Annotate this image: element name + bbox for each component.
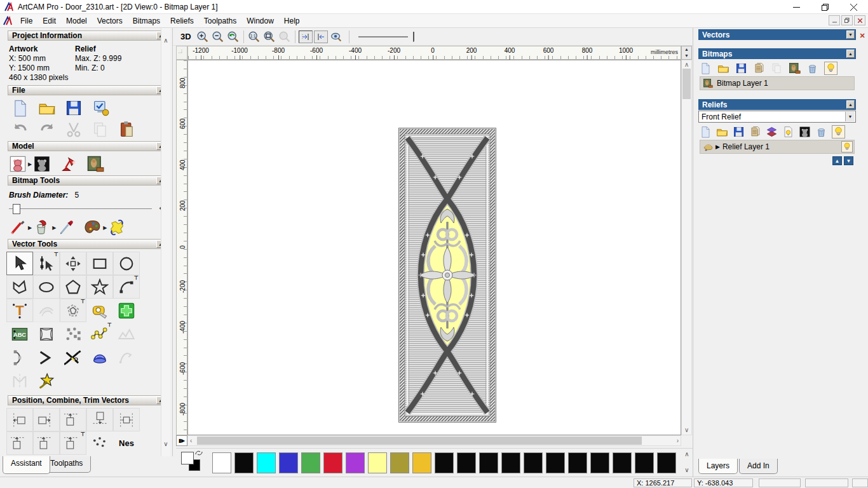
- align-left-button[interactable]: [6, 408, 33, 431]
- merge-relief-button[interactable]: [749, 126, 761, 138]
- palette-swatch[interactable]: [657, 452, 676, 473]
- scroll-left-icon[interactable]: ‹: [190, 438, 192, 444]
- open-bitmap-button[interactable]: [717, 62, 729, 74]
- expand-arrow-icon[interactable]: ▶: [715, 144, 720, 150]
- align-top-button[interactable]: [60, 408, 86, 431]
- node-editing-button[interactable]: ⊤: [33, 252, 60, 275]
- create-ellipse-button[interactable]: [33, 275, 60, 299]
- menu-bitmaps[interactable]: Bitmaps: [128, 15, 165, 27]
- copy-button[interactable]: [92, 121, 109, 139]
- menu-window[interactable]: Window: [241, 15, 279, 27]
- delete-relief-button[interactable]: [815, 126, 827, 138]
- menu-edit[interactable]: Edit: [37, 15, 61, 27]
- new-bitmap-layer-button[interactable]: [700, 62, 712, 74]
- merge-bitmap-button[interactable]: [753, 62, 765, 74]
- slider-handle[interactable]: [13, 204, 20, 214]
- align-right-button[interactable]: [33, 408, 60, 431]
- create-rectangle-button[interactable]: [86, 252, 113, 275]
- zoom-fit-button[interactable]: [262, 29, 277, 44]
- relief-visibility-button[interactable]: [782, 126, 794, 138]
- zoom-slider-handle[interactable]: [413, 32, 414, 42]
- undo-button[interactable]: [11, 121, 29, 139]
- bitmap-layer-row[interactable]: Bitmap Layer 1: [700, 76, 855, 90]
- clear-bitmap-button[interactable]: [771, 62, 783, 74]
- scroll-down-icon[interactable]: ∨: [161, 440, 170, 447]
- flyout-arrow-icon[interactable]: ▶: [28, 225, 32, 231]
- cut-button[interactable]: [65, 121, 83, 139]
- pick-colour-button[interactable]: [57, 219, 75, 236]
- palette-swatch[interactable]: [479, 452, 498, 473]
- flyout-arrow-icon[interactable]: ▶: [103, 225, 107, 231]
- palette-swatch[interactable]: [279, 452, 298, 473]
- zoom-previous-button[interactable]: [226, 29, 241, 44]
- menu-file[interactable]: File: [15, 15, 37, 27]
- expand-button[interactable]: ▼: [846, 30, 855, 39]
- ruler-origin-button[interactable]: [176, 46, 187, 60]
- zoom-slider[interactable]: [358, 30, 414, 43]
- palette-swatch[interactable]: [613, 452, 632, 473]
- panel-close-icon[interactable]: ✕: [858, 32, 866, 39]
- palette-swatch[interactable]: [234, 452, 254, 473]
- palette-swatch[interactable]: [524, 452, 543, 473]
- palette-swatch[interactable]: [323, 452, 342, 473]
- menu-model[interactable]: Model: [61, 15, 92, 27]
- tab-layers[interactable]: Layers: [698, 459, 738, 474]
- open-relief-button[interactable]: [716, 126, 728, 138]
- toggle-3d-view-button[interactable]: 3D: [180, 32, 191, 41]
- create-polyline-button[interactable]: [6, 275, 33, 299]
- palette-swatch[interactable]: [568, 452, 587, 473]
- primary-secondary-colours[interactable]: [181, 452, 203, 473]
- vertical-scroll-thumb[interactable]: [682, 69, 691, 99]
- toggle-relief-visibility-button[interactable]: [832, 125, 845, 139]
- cross-section-button[interactable]: [6, 369, 33, 393]
- slider-track[interactable]: [9, 208, 152, 209]
- model-notes-button[interactable]: [92, 99, 109, 117]
- palette-swatch[interactable]: [301, 452, 320, 473]
- palette-swatch[interactable]: [457, 452, 476, 473]
- wrap-vectors-button[interactable]: [86, 346, 113, 369]
- palette-swatch[interactable]: [435, 452, 454, 473]
- relief-layer-row[interactable]: ▶ Relief Layer 1: [700, 140, 855, 154]
- save-relief-button[interactable]: [733, 126, 745, 138]
- snap-right-toggle[interactable]: [314, 30, 328, 43]
- brush-diameter-slider[interactable]: ◆: [9, 203, 163, 215]
- relief-select[interactable]: Front Relief ▼: [698, 111, 856, 123]
- palette-swatch[interactable]: [390, 452, 409, 473]
- new-relief-layer-button[interactable]: [700, 126, 712, 138]
- mdi-minimize-button[interactable]: [829, 15, 840, 25]
- flyout-arrow-icon[interactable]: ▶: [52, 225, 56, 231]
- flyout-arrow-icon[interactable]: ▶: [28, 161, 32, 167]
- paste-vector-button[interactable]: [113, 299, 140, 322]
- scatter-copies-button[interactable]: [86, 431, 113, 455]
- create-arc-button[interactable]: ⊤: [113, 275, 140, 299]
- offset-vectors-button[interactable]: ⊤: [60, 299, 86, 322]
- envelope-distort-button[interactable]: [33, 322, 60, 346]
- move-layer-down-button[interactable]: ▼: [844, 156, 853, 165]
- set-model-size-button[interactable]: [9, 155, 27, 173]
- flood-fill-button[interactable]: [33, 219, 51, 236]
- paste-button[interactable]: [118, 121, 136, 139]
- zoom-1to1-button[interactable]: 1:1: [247, 29, 262, 44]
- palette-swatch[interactable]: [257, 452, 276, 473]
- relief-layer-visibility-button[interactable]: [841, 141, 853, 152]
- text-block-button[interactable]: [6, 322, 33, 346]
- snap-left-toggle[interactable]: [299, 30, 313, 43]
- paint-button[interactable]: [9, 219, 27, 236]
- nesting-button[interactable]: Nes: [113, 431, 140, 455]
- restore-button[interactable]: [811, 0, 839, 14]
- horizontal-scroll-thumb[interactable]: [197, 437, 642, 445]
- open-model-button[interactable]: [38, 99, 56, 117]
- palette-swatch[interactable]: [501, 452, 520, 473]
- zoom-out-button[interactable]: [210, 29, 226, 44]
- collapse-button[interactable]: ▲: [846, 50, 855, 58]
- palette-scrollbar[interactable]: ∧ ∨: [683, 451, 691, 475]
- spline-vectors-button[interactable]: [33, 369, 60, 393]
- unwrap-vectors-button[interactable]: [113, 346, 140, 369]
- paste-along-curve-button[interactable]: ⊤: [60, 431, 86, 455]
- scroll-up-icon[interactable]: ∧: [684, 62, 689, 68]
- menu-vectors[interactable]: Vectors: [92, 15, 128, 27]
- fit-arcs-button[interactable]: [6, 346, 33, 369]
- redo-button[interactable]: [38, 121, 56, 139]
- adjust-model-button[interactable]: [33, 155, 51, 173]
- zoom-selection-button[interactable]: [277, 29, 292, 44]
